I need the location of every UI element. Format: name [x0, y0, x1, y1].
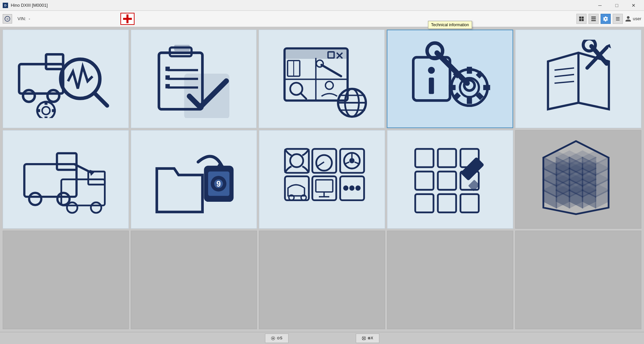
inspection-icon [144, 40, 244, 118]
title-bar: D Hino DXIII [M0001] ─ □ ✕ [0, 0, 644, 11]
empty-cell-5 [515, 231, 641, 329]
svg-rect-113 [438, 171, 456, 190]
svg-point-107 [349, 186, 355, 191]
grid-row-1: Technical information [3, 30, 641, 128]
svg-text:⊙: ⊙ [6, 17, 9, 21]
svg-line-68 [555, 81, 574, 83]
close-button[interactable]: ✕ [626, 0, 641, 11]
backup-cell[interactable]: 9 [131, 130, 257, 229]
3d-parts-icon [528, 140, 628, 219]
bottom-btn-2-label: ⊗X [368, 336, 373, 340]
svg-point-44 [326, 81, 333, 89]
fleet-cell[interactable] [3, 130, 129, 229]
svg-rect-4 [579, 19, 581, 21]
svg-point-94 [349, 158, 355, 163]
3d-parts-cell[interactable] [515, 130, 641, 229]
service-manual-icon [528, 40, 629, 118]
backup-icon: 9 [144, 140, 244, 219]
svg-rect-27 [165, 75, 170, 80]
svg-rect-118 [460, 157, 484, 181]
svg-rect-117 [461, 194, 479, 212]
system-select-icon [272, 140, 372, 219]
bottom-bar: ⊙S ⊗X [0, 332, 644, 344]
inspection-cell[interactable] [131, 30, 257, 128]
settings-button[interactable] [601, 14, 611, 24]
user-icon [625, 15, 632, 22]
svg-point-16 [42, 107, 50, 114]
add-vehicle-button[interactable] [120, 13, 135, 25]
service-support-cell[interactable] [259, 30, 385, 128]
app-icon: D [3, 3, 8, 8]
svg-rect-28 [165, 84, 170, 88]
service-manual-cell[interactable] [515, 30, 641, 128]
svg-line-67 [555, 75, 574, 77]
svg-rect-6 [591, 16, 596, 17]
toolbar-icon-btn-4[interactable] [613, 14, 623, 24]
toolbar-icon-btn-1[interactable] [576, 14, 586, 24]
svg-point-106 [343, 186, 349, 191]
svg-line-40 [321, 65, 341, 76]
empty-cell-3 [259, 231, 385, 329]
svg-point-12 [47, 90, 59, 102]
svg-line-14 [95, 93, 107, 106]
svg-rect-18 [45, 117, 48, 118]
plus-cross-icon [123, 14, 132, 23]
svg-point-41 [316, 60, 324, 67]
maximize-button[interactable]: □ [609, 0, 624, 11]
svg-rect-7 [591, 18, 596, 19]
svg-rect-73 [57, 153, 77, 170]
svg-rect-17 [45, 101, 48, 105]
grid-row-2: 9 [3, 130, 641, 229]
bottom-btn-1[interactable]: ⊙S [265, 334, 289, 343]
svg-rect-52 [429, 78, 434, 94]
title-bar-controls: ─ □ ✕ [592, 0, 641, 11]
svg-rect-2 [579, 16, 581, 18]
svg-rect-20 [52, 109, 56, 112]
svg-point-91 [316, 155, 332, 171]
technical-info-cell[interactable]: Technical information [387, 30, 514, 128]
grid-row-3 [3, 231, 641, 329]
svg-point-89 [290, 154, 303, 167]
service-support-icon [271, 40, 372, 118]
svg-text:9: 9 [217, 180, 221, 188]
svg-point-108 [355, 186, 361, 191]
diagnostic-cell[interactable] [3, 30, 129, 128]
svg-rect-116 [438, 194, 456, 212]
svg-point-79 [91, 202, 102, 213]
main-content: Technical information [0, 27, 644, 332]
svg-rect-56 [467, 97, 472, 104]
svg-rect-10 [46, 54, 63, 69]
customize-cell[interactable] [387, 130, 513, 229]
vin-label: VIN: [17, 16, 26, 21]
user-label: user [633, 16, 641, 21]
vin-value: - [29, 16, 30, 21]
fleet-icon [15, 140, 116, 219]
window-title: Hino DXIII [M0001] [11, 3, 48, 8]
customize-icon [400, 140, 500, 219]
svg-rect-5 [581, 19, 583, 21]
svg-rect-55 [467, 67, 472, 74]
technical-info-icon [400, 40, 500, 118]
svg-rect-58 [483, 85, 490, 90]
user-info: user [625, 15, 641, 22]
bottom-btn-1-label: ⊙S [277, 336, 282, 340]
title-bar-left: D Hino DXIII [M0001] [3, 3, 48, 8]
svg-point-170 [272, 337, 274, 339]
minimize-button[interactable]: ─ [592, 0, 608, 11]
svg-rect-115 [415, 194, 433, 212]
bottom-btn-2[interactable]: ⊗X [356, 334, 379, 343]
svg-rect-112 [415, 171, 433, 190]
toolbar-icon-btn-2[interactable] [589, 14, 599, 24]
toolbar-left: ⊙ VIN: - [3, 13, 574, 25]
system-select-cell[interactable] [259, 130, 385, 229]
svg-point-74 [29, 193, 41, 205]
toolbar-logo-btn[interactable]: ⊙ [3, 14, 12, 24]
svg-rect-109 [415, 149, 433, 167]
svg-rect-19 [36, 109, 40, 112]
svg-point-75 [58, 193, 70, 205]
svg-rect-57 [449, 85, 456, 90]
bottom-icon-1 [271, 336, 275, 341]
svg-rect-3 [581, 16, 583, 18]
toolbar-right: user [576, 14, 641, 24]
bottom-icon-2 [362, 336, 366, 341]
